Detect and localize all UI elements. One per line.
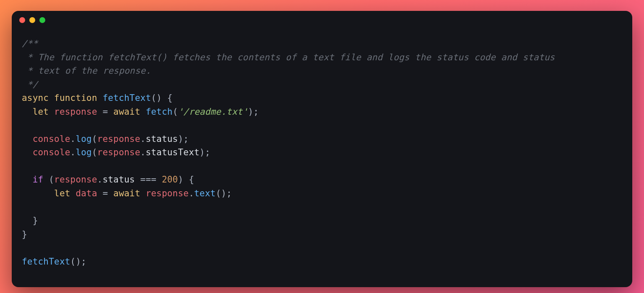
dot: .: [140, 147, 146, 157]
paren-open: (: [173, 107, 178, 117]
string-literal: '/readme.txt': [178, 107, 248, 117]
method-log: log: [75, 147, 92, 157]
comment-line: * The function fetchText() fetches the c…: [22, 52, 555, 62]
brace-close: }: [22, 229, 27, 239]
dot: .: [97, 175, 103, 185]
paren-open: (: [92, 147, 97, 157]
identifier-response: response: [145, 188, 189, 198]
paren-close: ): [156, 93, 162, 103]
property-statustext: statusText: [145, 147, 199, 157]
function-fetch: fetch: [145, 107, 172, 117]
function-name: fetchText: [103, 93, 151, 103]
keyword-let: let: [54, 188, 70, 198]
semicolon: ;: [226, 188, 232, 198]
identifier-response: response: [54, 107, 97, 117]
method-log: log: [75, 134, 92, 144]
paren-close: ): [248, 107, 253, 117]
titlebar: [12, 11, 632, 29]
brace-open: {: [167, 93, 173, 103]
property-status: status: [103, 175, 135, 185]
identifier-response: response: [54, 175, 97, 185]
keyword-await: await: [113, 188, 140, 198]
semicolon: ;: [183, 134, 189, 144]
keyword-let: let: [33, 107, 49, 117]
paren-close: ): [200, 147, 205, 157]
property-status: status: [145, 134, 178, 144]
minimize-icon[interactable]: [29, 17, 35, 23]
code-editor[interactable]: /** * The function fetchText() fetches t…: [12, 29, 632, 287]
identifier-console: console: [33, 134, 70, 144]
dot: .: [70, 134, 76, 144]
paren-close: ): [178, 134, 183, 144]
brace-close: }: [33, 216, 38, 226]
identifier-data: data: [75, 188, 97, 198]
dot: .: [189, 188, 194, 198]
paren-open: (: [49, 175, 54, 185]
paren-open: (: [151, 93, 156, 103]
method-text: text: [194, 188, 216, 198]
dot: .: [70, 147, 76, 157]
keyword-if: if: [33, 175, 44, 185]
paren-close: ): [75, 257, 81, 267]
semicolon: ;: [253, 107, 259, 117]
function-call: fetchText: [22, 257, 70, 267]
number-literal: 200: [162, 175, 178, 185]
keyword-async: async: [22, 93, 49, 103]
keyword-function: function: [54, 93, 97, 103]
identifier-console: console: [33, 147, 70, 157]
dot: .: [140, 134, 146, 144]
paren-open: (: [92, 134, 97, 144]
op-equals: ===: [135, 175, 162, 185]
paren-open: (: [216, 188, 221, 198]
paren-close: ): [221, 188, 226, 198]
comment-line: * text of the response.: [22, 66, 151, 76]
semicolon: ;: [205, 147, 210, 157]
comment-line: /**: [22, 39, 38, 49]
keyword-await: await: [113, 107, 140, 117]
identifier-response: response: [97, 147, 140, 157]
op-assign: =: [97, 188, 114, 198]
semicolon: ;: [81, 257, 86, 267]
paren-open: (: [70, 257, 76, 267]
close-icon[interactable]: [19, 17, 25, 23]
brace-open: {: [189, 175, 194, 185]
identifier-response: response: [97, 134, 140, 144]
paren-close: ): [178, 175, 183, 185]
code-window: /** * The function fetchText() fetches t…: [12, 11, 632, 287]
comment-line: */: [22, 80, 38, 90]
maximize-icon[interactable]: [39, 17, 45, 23]
op-assign: =: [97, 107, 114, 117]
